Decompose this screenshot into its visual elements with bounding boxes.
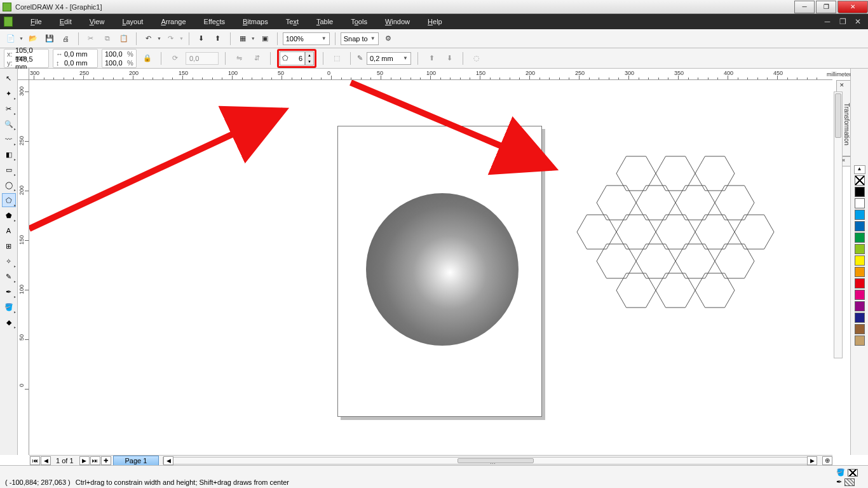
menu-bitmaps[interactable]: Bitmaps [236, 16, 275, 27]
cut-button[interactable]: ✂ [84, 32, 98, 46]
swatch[interactable] [855, 233, 865, 243]
last-page-button[interactable]: ⏭ [90, 456, 100, 465]
outline-swatch[interactable] [844, 478, 855, 486]
smart-fill-tool[interactable]: ◧▸ [2, 147, 16, 161]
polygon-sides-input[interactable]: ⬠ 6 [280, 51, 305, 65]
interactive-fill-tool[interactable]: ◆▸ [2, 315, 16, 329]
sides-up-button[interactable]: ▲ [306, 52, 313, 58]
sides-down-button[interactable]: ▼ [306, 58, 313, 65]
wrap-text-button[interactable]: ⬚ [330, 51, 344, 65]
snap-dropdown[interactable]: Snap to▼ [341, 32, 379, 45]
swatch[interactable] [855, 290, 865, 300]
menu-help[interactable]: Help [421, 16, 449, 27]
to-back-button[interactable]: ⬇ [442, 51, 456, 65]
menu-edit[interactable]: Edit [53, 16, 78, 27]
basic-shapes-tool[interactable]: ⬟▸ [2, 208, 16, 222]
swatch[interactable] [855, 187, 865, 197]
save-button[interactable]: 💾 [43, 32, 57, 46]
text-tool[interactable]: A [2, 224, 16, 238]
print-button[interactable]: 🖨 [59, 32, 73, 46]
hscroll-left[interactable]: ◀ [163, 456, 173, 465]
menu-layout[interactable]: Layout [116, 16, 149, 27]
mirror-h-button[interactable]: ⇋ [232, 51, 246, 65]
swatch[interactable] [855, 336, 865, 346]
menu-table[interactable]: Table [310, 16, 339, 27]
canvas[interactable] [29, 80, 832, 455]
swatch[interactable] [855, 221, 865, 231]
swatch[interactable] [855, 198, 865, 208]
swatch[interactable] [855, 301, 865, 311]
mirror-v-button[interactable]: ⇵ [250, 51, 264, 65]
menu-effects[interactable]: Effects [198, 16, 231, 27]
export-button[interactable]: ⬆ [211, 32, 225, 46]
table-tool[interactable]: ⊞ [2, 239, 16, 253]
menu-window[interactable]: Window [379, 16, 416, 27]
position-box[interactable]: x:105,0 mm y:148,5 mm [4, 49, 49, 68]
ruler-horizontal[interactable]: 3002502001501005005010015020025030035040… [18, 69, 832, 80]
copy-button[interactable]: ⧉ [100, 32, 114, 46]
lock-icon[interactable]: 🔒 [140, 54, 154, 62]
pick-tool[interactable]: ↖ [2, 71, 16, 85]
swatch[interactable] [855, 255, 865, 266]
app-launcher-button[interactable]: ▦ [236, 32, 250, 46]
fill-tool[interactable]: 🪣▸ [2, 300, 16, 314]
prev-page-button[interactable]: ◀ [41, 456, 51, 465]
hexagon[interactable] [656, 273, 695, 308]
ellipse-tool[interactable]: ◯▸ [2, 178, 16, 192]
swatch[interactable] [855, 244, 865, 254]
menu-file[interactable]: File [24, 16, 48, 27]
rotation-input[interactable]: 0,0 [186, 52, 219, 65]
fill-swatch[interactable] [848, 469, 858, 477]
close-button[interactable]: ✕ [837, 1, 868, 13]
ruler-vertical[interactable]: 300250200150100500 [18, 80, 29, 455]
doc-restore-button[interactable]: ❐ [836, 17, 849, 26]
first-page-button[interactable]: ⏮ [30, 456, 40, 465]
menu-text[interactable]: Text [280, 16, 305, 27]
palette-scroll-up[interactable]: ▲ [854, 165, 865, 174]
redo-button[interactable]: ↷ [164, 32, 178, 46]
swatch[interactable] [855, 267, 865, 277]
swatch[interactable] [855, 210, 865, 220]
menu-arrange[interactable]: Arrange [154, 16, 192, 27]
outline-width-dropdown[interactable]: 0,2 mm▼ [367, 52, 411, 65]
undo-button[interactable]: ↶ [142, 32, 156, 46]
shape-tool[interactable]: ✦▸ [2, 86, 16, 100]
zoom-tool[interactable]: 🔍▸ [2, 117, 16, 131]
menu-tools[interactable]: Tools [344, 16, 374, 27]
navigator-button[interactable]: ⊕ [822, 456, 832, 465]
swatch[interactable] [855, 324, 865, 334]
add-page-button[interactable]: ✚ [101, 456, 111, 465]
hscroll-right[interactable]: ▶ [807, 456, 817, 465]
zoom-dropdown[interactable]: 100%▼ [283, 32, 330, 45]
open-button[interactable]: 📂 [26, 32, 40, 46]
crop-tool[interactable]: ✂▸ [2, 102, 16, 116]
paste-button[interactable]: 📋 [117, 32, 131, 46]
sphere-object[interactable] [366, 193, 519, 346]
ruler-origin[interactable] [18, 69, 29, 80]
eyedropper-tool[interactable]: ✎▸ [2, 269, 16, 283]
welcome-button[interactable]: ▣ [258, 32, 272, 46]
doc-minimize-button[interactable]: ─ [821, 17, 834, 26]
outline-tool[interactable]: ✒▸ [2, 285, 16, 299]
freehand-tool[interactable]: 〰▸ [2, 132, 16, 146]
menu-view[interactable]: View [83, 16, 111, 27]
new-button[interactable]: 📄 [4, 32, 18, 46]
swatch-none[interactable] [855, 175, 865, 186]
swatch[interactable] [855, 313, 865, 323]
vertical-scrollbar[interactable] [834, 92, 843, 358]
size-box[interactable]: ↔0,0 mm ↕0,0 mm [53, 49, 98, 68]
maximize-button[interactable]: ❐ [816, 1, 836, 13]
options-button[interactable]: ⚙ [381, 32, 395, 46]
import-button[interactable]: ⬇ [194, 32, 208, 46]
rectangle-tool[interactable]: ▭▸ [2, 163, 16, 177]
swatch[interactable] [855, 278, 865, 288]
doc-close-button[interactable]: ✕ [851, 17, 864, 26]
polygon-tool[interactable]: ⬠▸ [2, 193, 16, 207]
interactive-tool[interactable]: ✧▸ [2, 254, 16, 268]
scale-box[interactable]: 100,0% 100,0% [102, 49, 137, 68]
hexagon[interactable] [695, 273, 735, 308]
next-page-button[interactable]: ▶ [79, 456, 90, 465]
page-tab-1[interactable]: Page 1 [113, 456, 159, 466]
hexagon[interactable] [616, 273, 656, 308]
to-front-button[interactable]: ⬆ [424, 51, 438, 65]
